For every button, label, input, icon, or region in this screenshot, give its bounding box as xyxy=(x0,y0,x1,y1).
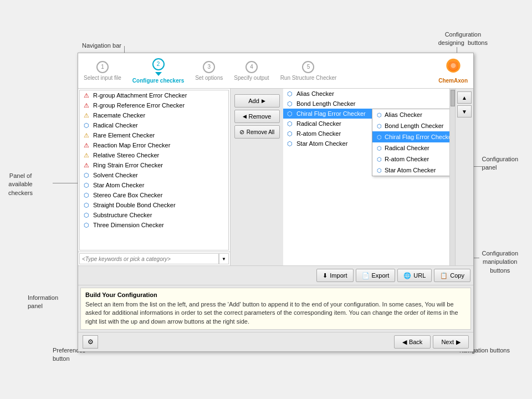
config-label-alias: Alias Checker xyxy=(296,90,334,97)
import-icon: ⬇ xyxy=(323,272,328,279)
checker-item[interactable]: ⬡ Radical Checker xyxy=(80,120,228,130)
svg-point-2 xyxy=(451,63,456,68)
export-icon: 📄 xyxy=(362,272,370,279)
next-button[interactable]: Next ▶ xyxy=(433,335,469,349)
checker-item[interactable]: ⬡ Substructure Checker xyxy=(80,210,228,220)
checker-icon: ⚠ xyxy=(83,131,90,139)
config-icon-ratom: ⬡ xyxy=(286,130,294,137)
dropdown-staratom-label: Star Atom Checker xyxy=(385,167,436,173)
url-button[interactable]: 🌐 URL xyxy=(397,269,432,282)
add-button[interactable]: Add ▶ xyxy=(234,94,280,108)
config-item-alias[interactable]: ⬡ Alias Checker xyxy=(283,89,449,99)
dropdown-ratom-label: R-atom Checker xyxy=(385,156,429,162)
config-label-staratom: Star Atom Checker xyxy=(296,140,347,147)
search-input[interactable] xyxy=(79,253,219,264)
next-label: Next xyxy=(441,339,454,345)
config-label-ratom: R-atom Checker xyxy=(296,130,341,137)
copy-label: Copy xyxy=(450,272,464,279)
content-area: ⚠ R-group Attachment Error Checker ⚠ R-g… xyxy=(78,89,473,266)
right-panel: ⬡ Alias Checker ⬡ Bond Length Checker xyxy=(283,89,456,265)
dropdown-alias[interactable]: ⬡ Alias Checker xyxy=(372,109,449,120)
dropdown-bond[interactable]: ⬡ Bond Length Checker xyxy=(372,120,449,131)
dropdown-bond-label: Bond Length Checker xyxy=(385,122,443,129)
bottom-nav: ⚙ ◀ Back Next ▶ xyxy=(78,332,473,351)
export-button[interactable]: 📄 Export xyxy=(356,269,396,282)
checker-label: Star Atom Checker xyxy=(93,182,144,188)
add-arrow-icon: ▶ xyxy=(262,98,265,104)
checker-icon: ⬡ xyxy=(83,171,90,179)
checker-label: Radical Checker xyxy=(93,122,138,129)
config-icon-bond: ⬡ xyxy=(286,100,294,108)
checker-item[interactable]: ⬡ Solvent Checker xyxy=(80,170,228,180)
step-5[interactable]: 5 Run Structure Checker xyxy=(280,61,337,81)
checker-item[interactable]: ⚠ Relative Stereo Checker xyxy=(80,150,228,160)
checker-item[interactable]: ⬡ Straight Double Bond Checker xyxy=(80,200,228,210)
step-4-circle: 4 xyxy=(245,61,258,73)
dropdown-radical-label: Radical Checker xyxy=(385,145,429,151)
down-button[interactable]: ▼ xyxy=(457,105,472,117)
step-3-label: Set options xyxy=(195,75,223,81)
checker-icon: ⚠ xyxy=(83,111,90,119)
checker-item[interactable]: ⚠ R-group Reference Error Checker xyxy=(80,100,228,110)
config-scrollbar[interactable] xyxy=(449,89,455,265)
dropdown-radical[interactable]: ⬡ Radical Checker xyxy=(372,142,449,154)
dropdown-chiral[interactable]: ⬡ Chiral Flag Error Checker xyxy=(372,131,449,142)
checker-label: Three Dimension Checker xyxy=(93,222,164,228)
dropdown-ratom[interactable]: ⬡ R-atom Checker xyxy=(372,154,449,165)
checker-icon: ⚠ xyxy=(83,91,90,99)
import-button[interactable]: ⬇ Import xyxy=(316,269,353,282)
checker-item[interactable]: ⚠ Ring Strain Error Checker xyxy=(80,160,228,170)
checker-label: Reaction Map Error Checker xyxy=(93,142,170,149)
step-2[interactable]: 2 Configure checkers xyxy=(132,58,184,84)
nav-buttons: ◀ Back Next ▶ xyxy=(394,335,469,349)
main-window: 1 Select input file 2 Configure checkers… xyxy=(78,53,474,352)
checker-item[interactable]: ⚠ Rare Element Checker xyxy=(80,130,228,140)
checker-label: Straight Double Bond Checker xyxy=(93,202,176,208)
url-label: URL xyxy=(413,272,426,279)
back-button[interactable]: ◀ Back xyxy=(394,335,431,349)
checker-icon: ⬡ xyxy=(83,181,90,189)
up-button[interactable]: ▲ xyxy=(457,91,472,104)
left-panel: ⚠ R-group Attachment Error Checker ⚠ R-g… xyxy=(78,89,231,265)
info-panel-label: Informationpanel xyxy=(28,294,58,311)
checker-item[interactable]: ⚠ R-group Attachment Error Checker xyxy=(80,90,228,100)
remove-button[interactable]: ◀ Remove xyxy=(234,110,280,123)
config-item-bond[interactable]: ⬡ Bond Length Checker xyxy=(283,99,449,109)
checker-item[interactable]: ⚠ Reaction Map Error Checker xyxy=(80,140,228,150)
checker-item[interactable]: ⬡ Three Dimension Checker xyxy=(80,220,228,230)
chemaxon-logo: ChemAxon xyxy=(438,58,468,84)
checker-item[interactable]: ⬡ Star Atom Checker xyxy=(80,180,228,190)
step-5-label: Run Structure Checker xyxy=(280,75,337,81)
config-list[interactable]: ⬡ Alias Checker ⬡ Bond Length Checker xyxy=(283,89,449,265)
panel-available-line xyxy=(53,183,80,183)
checker-list[interactable]: ⚠ R-group Attachment Error Checker ⚠ R-g… xyxy=(79,90,229,250)
checker-label: Racemate Checker xyxy=(93,112,145,119)
checker-item[interactable]: ⚠ Racemate Checker xyxy=(80,110,228,120)
copy-button[interactable]: 📋 Copy xyxy=(434,269,470,282)
search-dropdown[interactable]: ▼ xyxy=(219,253,229,264)
far-right-panel: ▲ ▼ xyxy=(456,89,473,265)
info-text: Select an item from the list on the left… xyxy=(85,300,466,326)
step-3[interactable]: 3 Set options xyxy=(195,61,223,81)
checker-label: Relative Stereo Checker xyxy=(93,152,159,158)
next-arrow-icon: ▶ xyxy=(456,339,461,346)
checker-label: Ring Strain Error Checker xyxy=(93,162,163,168)
step-1[interactable]: 1 Select input file xyxy=(84,61,121,81)
checker-icon: ⚠ xyxy=(83,101,90,109)
checker-label: Stereo Care Box Checker xyxy=(93,192,162,198)
chemaxon-text: ChemAxon xyxy=(438,78,468,84)
checker-label: Solvent Checker xyxy=(93,172,138,178)
preferences-button[interactable]: ⚙ xyxy=(83,335,98,349)
checker-label: R-group Reference Error Checker xyxy=(93,102,185,109)
dropdown-staratom[interactable]: ⬡ Star Atom Checker xyxy=(372,165,449,176)
step-2-label: Configure checkers xyxy=(132,78,184,84)
step-1-circle: 1 xyxy=(96,61,109,73)
scroll-thumb[interactable] xyxy=(451,90,455,106)
config-label-chiral: Chiral Flag Error Checker xyxy=(296,110,366,117)
checker-item[interactable]: ⬡ Stereo Care Box Checker xyxy=(80,190,228,200)
remove-all-button[interactable]: ⊘ Remove All xyxy=(234,125,280,139)
config-content: ⬡ Alias Checker ⬡ Bond Length Checker xyxy=(283,89,455,265)
import-label: Import xyxy=(330,272,347,279)
step-4[interactable]: 4 Specify output xyxy=(234,61,269,81)
checker-icon: ⬡ xyxy=(83,191,90,199)
